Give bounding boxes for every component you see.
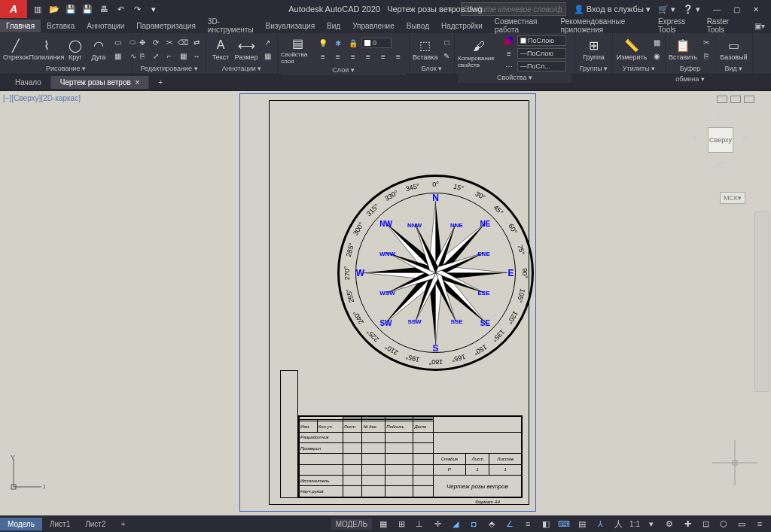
drawing-canvas[interactable]: [−][Сверху][2D-каркас]: [0, 91, 771, 515]
layer-lock-icon[interactable]: 🔒: [346, 37, 360, 49]
anno-icon[interactable]: 人: [611, 518, 625, 530]
hatch-icon[interactable]: ▦: [111, 50, 125, 62]
tab-insert[interactable]: Вставка: [41, 20, 81, 32]
rect-icon[interactable]: ▭: [111, 36, 125, 48]
doctab-add[interactable]: +: [149, 76, 172, 89]
copy-clip-icon[interactable]: ⎘: [699, 50, 713, 62]
undo-icon[interactable]: ↶: [114, 3, 126, 15]
layer-icon1[interactable]: ≡: [316, 50, 330, 62]
layer-icon5[interactable]: ≡: [376, 50, 390, 62]
tab-view[interactable]: Вид: [321, 20, 346, 32]
doctab-close-icon[interactable]: ×: [135, 78, 139, 87]
tab-visualize[interactable]: Визуализация: [260, 20, 321, 32]
layer-freeze-icon[interactable]: ❄: [331, 37, 345, 49]
array-icon[interactable]: ▦: [176, 50, 190, 62]
scale-icon[interactable]: ⤢: [149, 50, 163, 62]
tab-manage[interactable]: Управление: [346, 20, 401, 32]
match-prop-button[interactable]: 🖌Копирование свойств: [458, 38, 500, 68]
app-menu-button[interactable]: A: [0, 0, 27, 18]
dimension-button[interactable]: ⟷Размер: [234, 37, 258, 61]
leader-icon[interactable]: ↗: [261, 36, 274, 48]
color-combo[interactable]: ПоСлою: [517, 35, 566, 46]
tab-focus[interactable]: ▣▾: [748, 20, 771, 32]
arc-button[interactable]: ◠Дуга: [88, 37, 109, 61]
tab-annotate[interactable]: Аннотации: [81, 20, 130, 32]
lineweight-combo[interactable]: — ПоСлою: [517, 48, 566, 59]
polyline-button[interactable]: ⌇Полилиния: [31, 37, 62, 61]
transparency-icon[interactable]: ◧: [539, 518, 553, 530]
layer-icon3[interactable]: ≡: [346, 50, 360, 62]
block-create-icon[interactable]: □: [440, 36, 453, 48]
stretch-icon[interactable]: ↔: [190, 50, 203, 62]
snap-icon[interactable]: ⊞: [395, 518, 408, 530]
plot-icon[interactable]: 🖶: [98, 3, 110, 15]
wcs-label[interactable]: МСК ▾: [720, 192, 745, 204]
dyn-icon[interactable]: ⌨: [557, 518, 571, 530]
otrack-icon[interactable]: ∠: [503, 518, 517, 530]
linetype-icon[interactable]: ⋯: [502, 60, 516, 72]
erase-icon[interactable]: ⌫: [176, 36, 190, 48]
doctab-drawing[interactable]: Чертеж розы ветров ×: [51, 76, 149, 89]
group-button[interactable]: ⊞Группа: [578, 37, 609, 61]
isoplane-icon[interactable]: ◢: [449, 518, 462, 530]
layer-prop-button[interactable]: ▤Свойства слоя: [281, 35, 314, 65]
new-icon[interactable]: ▥: [32, 3, 44, 15]
sc-icon[interactable]: ⅄: [593, 518, 607, 530]
measure-button[interactable]: 📏Измерить: [616, 37, 648, 61]
qp-icon[interactable]: ▤: [575, 518, 589, 530]
cut-icon[interactable]: ✂: [699, 36, 713, 48]
minimize-button[interactable]: —: [708, 3, 726, 15]
navigation-bar[interactable]: [754, 211, 769, 392]
osnap-icon[interactable]: ◘: [467, 518, 480, 530]
view-label[interactable]: [−][Сверху][2D-каркас]: [3, 94, 81, 102]
move-icon[interactable]: ✥: [136, 36, 149, 48]
linetype-combo[interactable]: — ПоСл...: [517, 61, 566, 71]
ws-icon[interactable]: ⚙: [663, 518, 676, 530]
trim-icon[interactable]: ✂: [163, 36, 176, 48]
viewport-max-icon[interactable]: [730, 96, 741, 103]
redo-icon[interactable]: ↷: [131, 3, 143, 15]
layout-tab-1[interactable]: Лист1: [42, 518, 78, 530]
layout-tab-add[interactable]: +: [114, 518, 133, 530]
open-icon[interactable]: 📂: [48, 3, 60, 15]
line-button[interactable]: ╱Отрезок: [3, 37, 29, 61]
custom-icon[interactable]: ≡: [753, 518, 766, 530]
tab-parametric[interactable]: Параметризация: [130, 20, 202, 32]
am-icon[interactable]: ✚: [681, 518, 694, 530]
layer-icon2[interactable]: ≡: [331, 50, 345, 62]
circle-button[interactable]: ◯Круг: [65, 37, 86, 61]
saveas-icon[interactable]: 💾: [81, 3, 93, 15]
color-swatch-icon[interactable]: [502, 35, 516, 47]
iso-icon[interactable]: ⬡: [717, 518, 730, 530]
viewport-min-icon[interactable]: [717, 96, 727, 103]
layer-bulb-icon[interactable]: 💡: [316, 37, 330, 49]
layer-combo[interactable]: 0: [361, 38, 392, 48]
viewport-close-icon[interactable]: [744, 96, 754, 103]
qat-dropdown-icon[interactable]: ▾: [148, 3, 160, 15]
model-space-button[interactable]: МОДЕЛЬ: [331, 518, 372, 530]
copy-icon[interactable]: ⎘: [136, 50, 149, 62]
lineweight-icon[interactable]: ≡: [502, 47, 516, 59]
layer-icon4[interactable]: ≡: [361, 50, 375, 62]
lwt-icon[interactable]: ≡: [521, 518, 535, 530]
save-icon[interactable]: 💾: [65, 3, 77, 15]
tab-addins[interactable]: Надстройки: [435, 20, 489, 32]
layout-tab-2[interactable]: Лист2: [78, 518, 113, 530]
hw-icon[interactable]: ⊡: [699, 518, 712, 530]
fillet-icon[interactable]: ⌐: [163, 50, 176, 62]
layer-icon6[interactable]: ≡: [392, 50, 405, 62]
close-button[interactable]: ✕: [747, 3, 765, 15]
clean-icon[interactable]: ▭: [735, 518, 748, 530]
maximize-button[interactable]: ▢: [727, 3, 745, 15]
block-edit-icon[interactable]: ✎: [440, 50, 453, 62]
text-button[interactable]: AТекст: [209, 37, 232, 61]
mirror-icon[interactable]: ⇄: [190, 36, 203, 48]
baseview-button[interactable]: ▭Базовый: [718, 37, 749, 61]
help-icon[interactable]: ❔ ▾: [683, 5, 700, 14]
3dosnap-icon[interactable]: ⬘: [485, 518, 498, 530]
anno-scale[interactable]: 1:1: [629, 520, 640, 528]
polar-icon[interactable]: ✛: [431, 518, 444, 530]
viewcube[interactable]: С В Ю З Сверху: [690, 109, 750, 169]
table-icon[interactable]: ▦: [261, 50, 274, 62]
signin-icon[interactable]: 👤 Вход в службы ▾: [574, 5, 651, 14]
